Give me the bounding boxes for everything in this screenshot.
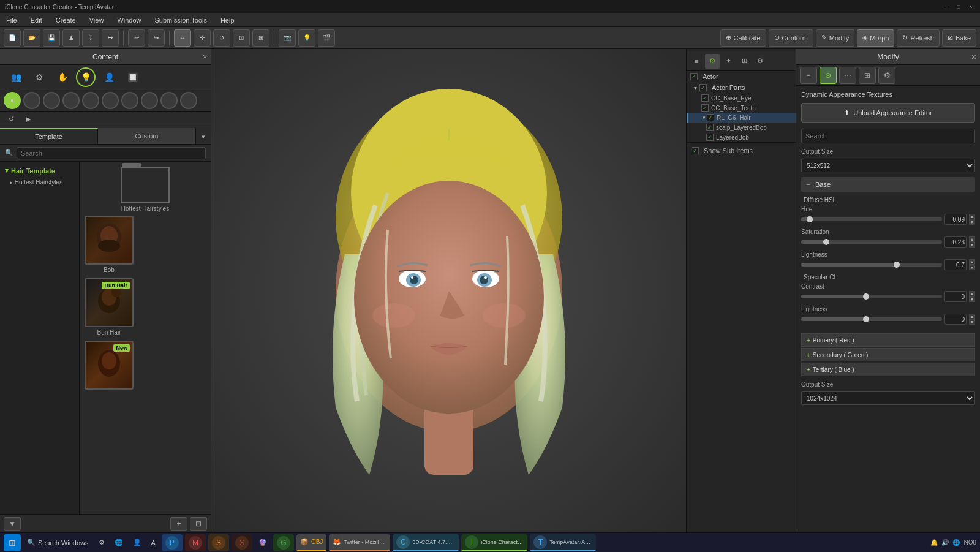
select-btn[interactable]: ↔: [174, 29, 191, 47]
tree-icon-star[interactable]: ✦: [721, 54, 736, 69]
content-folder-hottest[interactable]: Hottest Hairstyles: [85, 167, 206, 212]
shape-circle-7[interactable]: [121, 92, 138, 109]
modify-btn[interactable]: ✎ Modify: [816, 29, 854, 47]
contrast-thumb[interactable]: [863, 293, 869, 300]
taskbar-tempavatar[interactable]: T TempAvatar.iAvata...: [530, 534, 596, 551]
saturation-spinner[interactable]: ▲ ▼: [969, 236, 975, 248]
render-btn[interactable]: 🎬: [318, 29, 335, 47]
unload-appearance-btn[interactable]: ⬆ Unload Appearance Editor: [801, 103, 975, 123]
modify-icon-active[interactable]: ⊙: [820, 67, 837, 84]
tree-group-hair-template[interactable]: ▾ Hair Template: [0, 164, 79, 177]
taskbar-user[interactable]: 👤: [129, 534, 145, 551]
taskbar-firefox[interactable]: 🌐: [111, 534, 127, 551]
modify-icon-grid[interactable]: ⊞: [859, 67, 876, 84]
saturation-track[interactable]: [801, 240, 942, 244]
shape-circle-1[interactable]: ●: [4, 92, 21, 109]
calibrate-btn[interactable]: ⊕ Calibrate: [720, 29, 766, 47]
saturation-thumb[interactable]: [823, 239, 829, 245]
checkbox-actor-parts[interactable]: [699, 84, 707, 91]
bottom-add-btn[interactable]: +: [170, 517, 187, 531]
window-controls[interactable]: – □ ×: [942, 2, 975, 11]
taskbar-twitter[interactable]: 🦊 Twitter - Mozilla Fir...: [329, 534, 390, 551]
content-item-bob[interactable]: Bob: [85, 216, 206, 273]
nav-prev-btn[interactable]: ↺: [4, 112, 18, 127]
checkbox-scalp[interactable]: [706, 124, 714, 131]
taskbar-app2[interactable]: 🔮: [255, 534, 271, 551]
menu-submission-tools[interactable]: Submission Tools: [153, 15, 209, 25]
export-btn[interactable]: ↦: [102, 29, 119, 47]
modify-search-input[interactable]: [801, 129, 975, 143]
taskbar-settings[interactable]: ⚙: [95, 534, 108, 551]
spec-lightness-spinner[interactable]: ▲ ▼: [969, 314, 975, 325]
taskbar-substance[interactable]: S: [232, 534, 252, 551]
hue-track[interactable]: [801, 217, 942, 221]
content-icon-people[interactable]: 👥: [6, 67, 26, 87]
checkbox-teeth[interactable]: [701, 104, 709, 112]
spec-lightness-thumb[interactable]: [863, 316, 869, 322]
tree-item-eye[interactable]: CC_Base_Eye: [687, 93, 796, 103]
spec-lightness-track[interactable]: [801, 317, 942, 321]
lightness-track[interactable]: [801, 263, 942, 267]
shape-circle-6[interactable]: [102, 92, 119, 109]
menu-help[interactable]: Help: [218, 15, 237, 25]
viewport[interactable]: [211, 49, 686, 532]
taskbar-marvelous[interactable]: M: [185, 534, 206, 551]
taskbar-game[interactable]: G: [273, 534, 294, 551]
sat-up[interactable]: ▲: [969, 236, 975, 242]
content-icon-hand[interactable]: ✋: [53, 67, 72, 87]
lightness-spinner[interactable]: ▲ ▼: [969, 259, 975, 270]
modify-icon-layers[interactable]: ≡: [800, 67, 817, 84]
tab-options-btn[interactable]: ▾: [196, 129, 211, 144]
hue-thumb[interactable]: [807, 216, 813, 222]
taskbar-3dcoat[interactable]: C 3D-COAT 4.7.06(DX...: [393, 534, 459, 551]
taskbar-sketchup[interactable]: S: [208, 534, 229, 551]
output-size-select[interactable]: 512x512 256x256 1024x1024 2048x2048: [801, 159, 975, 172]
tertiary-section-btn[interactable]: + Tertiary ( Blue ): [801, 363, 975, 376]
shape-circle-2[interactable]: [23, 92, 40, 109]
tree-icon-grid[interactable]: ⊞: [737, 54, 752, 69]
tree-item-layeredbob[interactable]: LayeredBob: [687, 132, 796, 142]
panel-close-btn[interactable]: ×: [203, 53, 207, 61]
tree-icon-actor[interactable]: ⚙: [705, 54, 720, 69]
taskbar-search[interactable]: 🔍 Search Windows: [23, 534, 92, 551]
contrast-track[interactable]: [801, 295, 942, 298]
cont-down[interactable]: ▼: [969, 297, 975, 302]
content-icon-settings[interactable]: ⚙: [29, 67, 49, 87]
start-btn[interactable]: ⊞: [4, 534, 21, 551]
cont-up[interactable]: ▲: [969, 291, 975, 297]
content-icon-box[interactable]: 🔲: [123, 67, 142, 87]
close-btn[interactable]: ×: [967, 2, 975, 11]
taskbar-app1[interactable]: A: [148, 534, 159, 551]
taskbar-obj[interactable]: 📦 OBJ: [296, 534, 326, 551]
shape-circle-10[interactable]: [180, 92, 197, 109]
contrast-spinner[interactable]: ▲ ▼: [969, 291, 975, 302]
content-item-bun[interactable]: Bun Hair Bun Hair: [85, 278, 206, 336]
redo-btn[interactable]: ↪: [148, 29, 165, 47]
move-btn[interactable]: ✛: [194, 29, 211, 47]
shape-circle-9[interactable]: [160, 92, 178, 109]
bake-btn[interactable]: ⊠ Bake: [942, 29, 976, 47]
import-btn[interactable]: ↧: [82, 29, 99, 47]
refresh-btn[interactable]: ↻ Refresh: [897, 29, 940, 47]
shape-circle-5[interactable]: [82, 92, 99, 109]
menu-window[interactable]: Window: [115, 15, 143, 25]
sl-up[interactable]: ▲: [969, 314, 975, 319]
taskbar-photoshop[interactable]: P: [162, 534, 183, 551]
network-icon[interactable]: 🌐: [952, 539, 960, 546]
notification-icon[interactable]: 🔔: [930, 539, 938, 546]
content-icon-light[interactable]: 💡: [76, 67, 96, 87]
checkbox-eye[interactable]: [701, 94, 709, 102]
hue-spinner[interactable]: ▲ ▼: [969, 214, 975, 225]
tab-template[interactable]: Template: [0, 128, 98, 144]
checkbox-actor[interactable]: [690, 73, 698, 80]
tree-icon-layers[interactable]: ≡: [689, 54, 704, 69]
primary-section-btn[interactable]: + Primary ( Red ): [801, 333, 975, 347]
bottom-down-btn[interactable]: ▼: [4, 517, 21, 531]
open-btn[interactable]: 📂: [23, 29, 40, 47]
menu-view[interactable]: View: [87, 15, 107, 25]
modify-icon-dots[interactable]: ⋯: [839, 67, 856, 84]
content-icon-avatar[interactable]: 👤: [99, 67, 119, 87]
lightness-thumb[interactable]: [894, 262, 900, 268]
taskbar-iclone[interactable]: I iClone Character Cr...: [461, 534, 527, 551]
shape-circle-4[interactable]: [62, 92, 80, 109]
